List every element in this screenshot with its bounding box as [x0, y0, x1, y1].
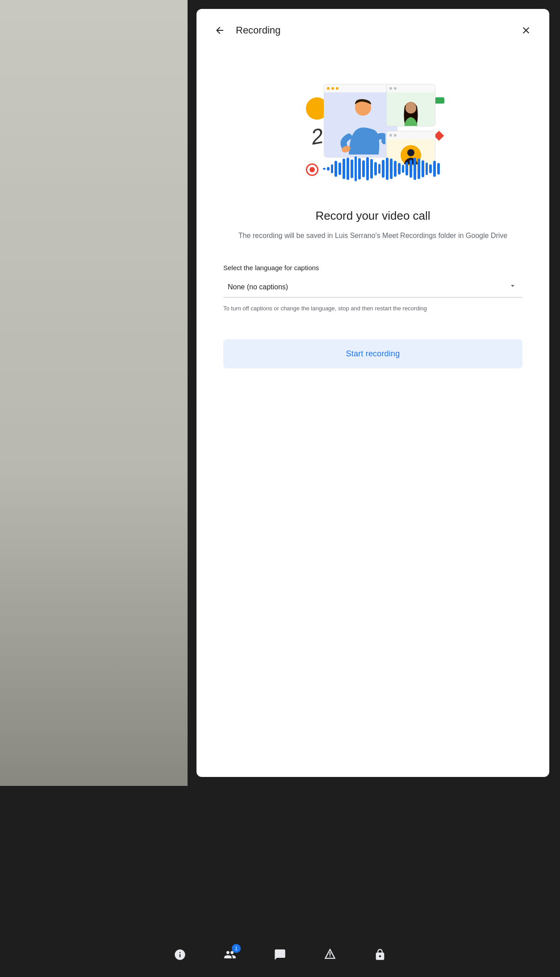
panel-header: Recording [196, 9, 549, 48]
wave-bar [327, 167, 330, 171]
wave-bar [339, 163, 341, 175]
wave-bar [433, 161, 436, 177]
wave-bar [422, 160, 424, 178]
woman-illustration [395, 96, 426, 126]
caption-select[interactable]: None (no captions)English (US)English (U… [223, 277, 522, 297]
wave-bar [347, 158, 349, 180]
chat-icon [274, 948, 286, 961]
caption-hint: To turn off captions or change the langu… [223, 304, 522, 313]
frame-body-tr [387, 92, 435, 126]
info-button[interactable] [168, 943, 192, 966]
illustration-area: 2 [196, 48, 549, 209]
wave-bar [398, 163, 401, 174]
people-button[interactable]: 1 [218, 943, 242, 966]
wave-bar [334, 161, 337, 177]
dot-br2 [394, 134, 397, 137]
wave-bar [429, 164, 432, 173]
content-area: Record your video call The recording wil… [196, 209, 549, 777]
recording-panel: Recording 2 [196, 9, 549, 777]
close-button[interactable] [517, 21, 535, 39]
back-arrow-icon [214, 25, 225, 36]
panel-title: Recording [236, 25, 280, 36]
wave-bar [405, 162, 408, 176]
wave-bar [331, 164, 334, 173]
record-description: The recording will be saved in Luis Serr… [223, 230, 522, 242]
record-dot [306, 163, 318, 176]
deco-red-diamond [434, 131, 444, 141]
wave-bar [355, 156, 357, 181]
wave-bar [410, 160, 412, 178]
lock-button[interactable] [368, 943, 392, 966]
wave-bar [426, 163, 428, 175]
svg-point-6 [330, 956, 330, 957]
record-title: Record your video call [223, 209, 522, 223]
dot-tr1 [389, 87, 392, 90]
camera-view [0, 0, 188, 786]
wave-bar [390, 159, 393, 179]
wave-bar [366, 157, 369, 181]
wave-bar [323, 168, 326, 170]
dot-tr2 [394, 87, 397, 90]
wave-bar [414, 158, 416, 180]
wave-bar [362, 160, 365, 178]
caption-section: Select the language for captions None (n… [223, 264, 522, 313]
wave-bar [418, 159, 420, 179]
lock-icon [374, 948, 386, 961]
activities-icon [324, 948, 336, 961]
wave-bar [378, 164, 381, 174]
wave-bar [386, 158, 389, 180]
start-recording-button[interactable]: Start recording [223, 339, 522, 368]
illustration: 2 [297, 75, 449, 191]
caption-label: Select the language for captions [223, 264, 522, 271]
wave-bar [358, 158, 361, 180]
person-illustration [336, 96, 385, 154]
caption-select-wrapper[interactable]: None (no captions)English (US)English (U… [223, 277, 522, 298]
close-icon [521, 25, 531, 36]
frame-header-tr [387, 84, 435, 92]
wave-bar [374, 162, 377, 176]
frame-header-br [387, 131, 435, 139]
wave-bar [370, 159, 373, 179]
header-left: Recording [211, 21, 280, 39]
svg-point-3 [405, 103, 417, 114]
wave-bars [323, 155, 440, 182]
wave-bar [343, 159, 345, 179]
wave-bar [402, 165, 405, 173]
dot-br1 [389, 134, 392, 137]
dot-yellow3 [336, 87, 339, 90]
bottom-bar: 1 [0, 932, 560, 977]
wave-bar [351, 159, 353, 179]
wave-bar [394, 161, 397, 177]
video-frame-tr [386, 84, 435, 126]
deco-slash: 2 [309, 123, 325, 150]
record-dot-inner [309, 167, 315, 172]
dot-yellow [327, 87, 330, 90]
people-badge: 1 [232, 944, 241, 953]
activities-button[interactable] [318, 943, 342, 966]
info-icon [174, 948, 186, 961]
dot-yellow2 [331, 87, 334, 90]
waveform-area [306, 155, 440, 182]
back-button[interactable] [211, 21, 229, 39]
wave-bar [382, 160, 384, 178]
wave-bar [437, 163, 440, 174]
chat-button[interactable] [268, 943, 292, 966]
